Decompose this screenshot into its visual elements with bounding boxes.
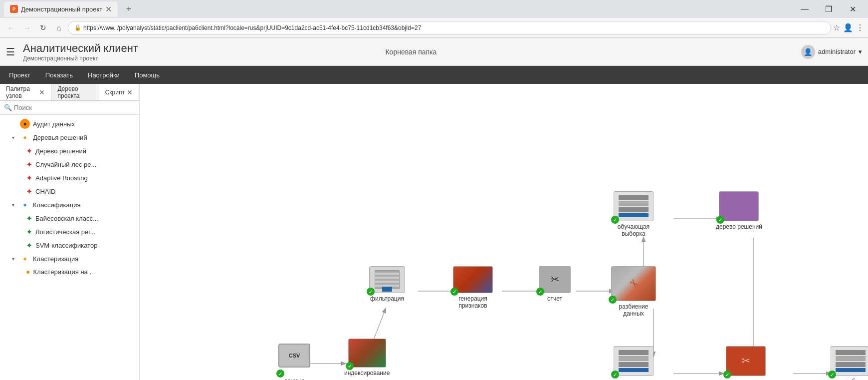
left-panel: Палитра узлов ✕ Дерево проекта Скрипт ✕ … (0, 84, 140, 380)
app-title: Аналитический клиент (23, 42, 375, 55)
star-icon[interactable]: ☆ (833, 23, 840, 32)
user-avatar: 👤 (801, 45, 815, 59)
tree-item-audit[interactable]: ● Аудит данных (0, 117, 139, 131)
node-report-box: ✂ ✓ (539, 266, 571, 293)
node-data[interactable]: CSV ✓ данные (278, 344, 310, 380)
app-title-block: Аналитический клиент Демонстрационный пр… (23, 42, 375, 62)
node-split[interactable]: ✂ ✓ разбиение данных (609, 266, 658, 317)
browser-menu-icon[interactable]: ⋮ (856, 23, 864, 32)
clustering-na-icon: ● (26, 268, 30, 276)
panel-tabs: Палитра узлов ✕ Дерево проекта Скрипт ✕ (0, 84, 139, 101)
tab-close-button[interactable]: ✕ (105, 4, 112, 14)
decisions-toggle-icon: ▾ (12, 135, 17, 140)
tree-item-bayes[interactable]: ✦ Байесовская класс... (0, 212, 139, 225)
tree-item-decision-tree[interactable]: ✦ Дерево решений (0, 144, 139, 158)
bayes-label: Байесовская класс... (35, 215, 98, 222)
node-test[interactable]: ✓ тестовая выборка (609, 346, 658, 380)
node-filter-check: ✓ (367, 288, 375, 296)
node-errors[interactable]: ✓ ошибки (831, 346, 868, 380)
tab-script-close[interactable]: ✕ (127, 88, 133, 96)
node-filter-label: фильтрация (370, 295, 404, 302)
tree-item-clustering-group[interactable]: ▾ 🔸 Кластеризация (0, 252, 139, 266)
clustering-na-label: Кластеризация на ... (33, 268, 95, 276)
tab-palette[interactable]: Палитра узлов ✕ (0, 84, 51, 100)
address-icons: ☆ 👤 ⋮ (833, 23, 864, 32)
menu-help[interactable]: Помощь (128, 68, 167, 82)
logistic-icon: ✦ (26, 227, 32, 237)
node-split-label: разбиение данных (609, 303, 658, 317)
back-button[interactable]: ← (4, 21, 18, 35)
search-input[interactable] (14, 104, 135, 111)
node-data-check: ✓ (276, 370, 284, 378)
tree-item-chaid[interactable]: ✦ CHAID (0, 185, 139, 198)
menu-bar: Проект Показать Настройки Помощь (0, 66, 868, 84)
tab-project-tree-label: Дерево проекта (57, 85, 92, 99)
node-data-label: данные (284, 378, 305, 380)
tree-item-clustering-na[interactable]: ● Кластеризация на ... (0, 266, 139, 278)
node-indexing-check: ✓ (346, 362, 354, 370)
forward-button[interactable]: → (20, 21, 34, 35)
node-errors-label: ошибки (840, 378, 861, 380)
menu-show[interactable]: Показать (38, 68, 80, 82)
node-apply[interactable]: ✂ ✓ применение модели к тестовой выборке (716, 346, 776, 380)
refresh-button[interactable]: ↻ (36, 21, 50, 35)
app-subtitle: Демонстрационный проект (23, 55, 375, 62)
node-test-box: ✓ (614, 346, 653, 376)
random-forest-icon: ✦ (26, 160, 32, 169)
search-box: 🔍 (0, 101, 139, 115)
tree-item-svm[interactable]: ✦ SVM-классификатор (0, 239, 139, 252)
classification-icon: 🔹 (20, 200, 30, 210)
menu-settings[interactable]: Настройки (81, 68, 127, 82)
browser-tab[interactable]: P Демонстрационный проект ✕ (4, 1, 118, 17)
tab-project-tree[interactable]: Дерево проекта (51, 84, 99, 100)
tab-title: Демонстрационный проект (21, 5, 102, 13)
node-report[interactable]: ✂ ✓ отчет (539, 266, 571, 302)
node-feature[interactable]: ✓ генерация признаков (448, 266, 498, 309)
new-tab-button[interactable]: + (122, 2, 136, 16)
node-split-check: ✓ (609, 296, 617, 304)
menu-project[interactable]: Проект (2, 68, 37, 82)
chaid-label: CHAID (35, 188, 55, 195)
audit-label: Аудит данных (33, 120, 75, 128)
adaptive-boosting-icon: ✦ (26, 173, 32, 183)
account-icon[interactable]: 👤 (843, 23, 853, 32)
tree-item-adaptive-boosting[interactable]: ✦ Adaptive Boosting (0, 171, 139, 185)
node-errors-box: ✓ (831, 346, 868, 376)
svm-icon: ✦ (26, 241, 32, 250)
classification-group-label: Классификация (33, 201, 81, 209)
home-button[interactable]: ⌂ (52, 21, 66, 35)
close-button[interactable]: ✕ (841, 1, 864, 17)
favicon-icon: P (10, 5, 18, 13)
tab-palette-label: Палитра узлов (6, 85, 37, 99)
tree-item-classification-group[interactable]: ▾ 🔹 Классификация (0, 198, 139, 212)
user-area[interactable]: 👤 administrator ▾ (801, 45, 862, 59)
node-indexing-box: ✓ (348, 339, 386, 368)
clustering-toggle-icon: ▾ (12, 256, 17, 262)
minimize-button[interactable]: — (793, 1, 816, 17)
node-report-label: отчет (547, 295, 562, 302)
node-indexing[interactable]: ✓ индексирование (344, 339, 390, 377)
logistic-label: Логистическая рег... (35, 228, 95, 236)
address-bar[interactable]: 🔒 https://www. /polyanalyst/static/pacli… (68, 21, 831, 35)
node-filter-box: ✓ (369, 266, 405, 293)
window-controls: — ❐ ✕ (793, 1, 864, 17)
node-train[interactable]: ✓ обучающая выборка (609, 191, 658, 237)
node-train-box: ✓ (614, 191, 653, 221)
node-filter[interactable]: ✓ фильтрация (369, 266, 405, 302)
node-tree[interactable]: ✓ дерево решений (716, 191, 762, 230)
svm-label: SVM-классификатор (35, 242, 98, 249)
maximize-button[interactable]: ❐ (817, 1, 840, 17)
tab-script[interactable]: Скрипт ✕ (99, 84, 139, 100)
clustering-icon: 🔸 (20, 254, 30, 264)
tab-palette-close[interactable]: ✕ (39, 88, 45, 96)
tree-item-decisions-group[interactable]: ▾ 🔸 Деревья решений (0, 131, 139, 144)
node-feature-box: ✓ (453, 266, 493, 293)
tree-item-logistic[interactable]: ✦ Логистическая рег... (0, 225, 139, 239)
address-bar-container: ← → ↻ ⌂ 🔒 https://www. /polyanalyst/stat… (0, 18, 868, 38)
node-train-label: обучающая выборка (609, 223, 658, 237)
adaptive-boosting-label: Adaptive Boosting (35, 174, 88, 182)
tree-item-random-forest[interactable]: ✦ Случайный лес ре... (0, 158, 139, 171)
lock-icon: 🔒 (74, 24, 81, 31)
hamburger-icon[interactable]: ☰ (6, 46, 15, 58)
decision-tree-label: Дерево решений (35, 147, 86, 155)
